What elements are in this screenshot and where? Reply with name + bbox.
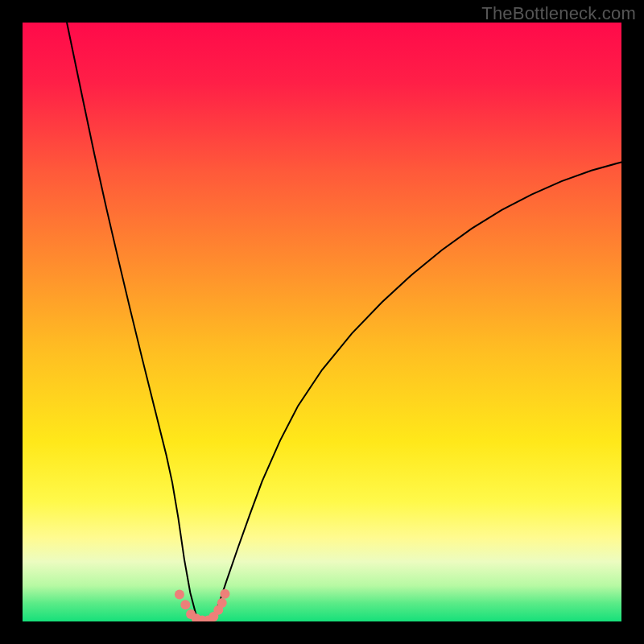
gradient-background [23,23,621,621]
highlight-dot [217,598,227,608]
chart-frame: TheBottleneck.com [0,0,644,644]
highlight-dot [180,600,190,609]
highlight-dot [220,589,229,599]
bottleneck-chart [23,23,621,621]
watermark-text: TheBottleneck.com [481,3,636,24]
plot-area [23,23,621,621]
highlight-dot [175,590,184,600]
